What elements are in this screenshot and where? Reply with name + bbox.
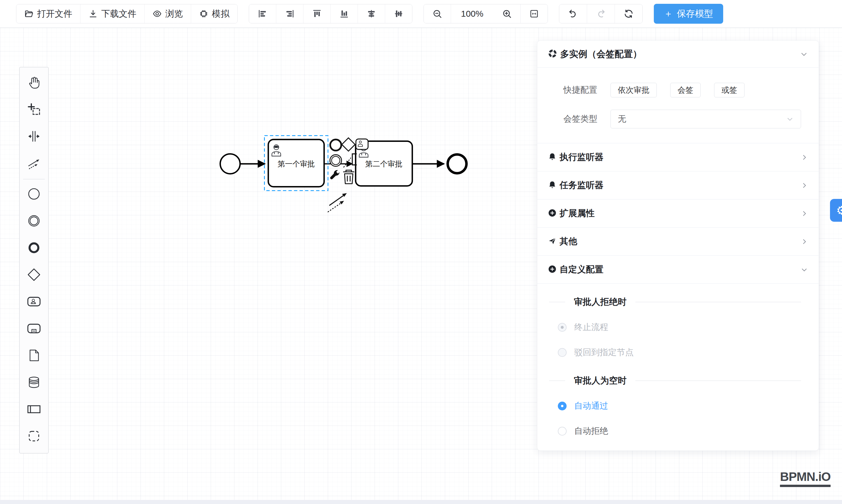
lasso-icon <box>27 102 41 118</box>
preview-button[interactable]: 浏览 <box>144 4 191 23</box>
create-user-task[interactable] <box>20 289 48 316</box>
align-left-button[interactable] <box>249 4 276 23</box>
align-button-group <box>249 4 413 23</box>
zoom-out-button[interactable] <box>424 4 451 23</box>
align-center-v-button[interactable] <box>385 4 412 23</box>
append-intermediate-event-icon[interactable] <box>330 155 341 166</box>
folder-icon <box>24 9 34 18</box>
create-intermediate-event[interactable] <box>20 208 48 235</box>
plus-circle-icon <box>548 209 557 218</box>
start-event-node[interactable] <box>220 154 240 174</box>
sign-type-row: 会签类型 无 <box>549 110 801 128</box>
simulate-button[interactable]: 模拟 <box>191 4 238 23</box>
create-start-event[interactable] <box>20 181 48 208</box>
radio-assign-member[interactable]: 指定成员审批 <box>558 450 801 451</box>
simulate-label: 模拟 <box>212 8 229 20</box>
change-type-wrench-icon[interactable] <box>330 170 340 179</box>
settings-edge-tab[interactable]: ⚙ <box>830 199 842 222</box>
fit-viewport-button[interactable] <box>521 4 548 23</box>
section-task-listener[interactable]: 任务监听器 <box>537 171 819 199</box>
radio-button <box>558 348 567 357</box>
refresh-button[interactable] <box>615 4 643 23</box>
chevron-down-icon[interactable] <box>800 50 808 58</box>
zoom-out-icon <box>432 9 442 19</box>
lasso-tool[interactable] <box>20 96 48 123</box>
delete-trash-icon[interactable] <box>343 170 354 184</box>
global-connect-tool[interactable] <box>20 150 48 177</box>
create-gateway[interactable] <box>20 262 48 289</box>
task-node-1[interactable]: 第一个审批 <box>268 140 324 187</box>
open-file-button[interactable]: 打开文件 <box>16 4 81 23</box>
panel-header[interactable]: 多实例（会签配置） <box>537 41 819 68</box>
align-top-button[interactable] <box>303 4 331 23</box>
reject-section-title: 审批人拒绝时 <box>574 296 627 308</box>
task-1-label: 第一个审批 <box>278 160 315 168</box>
send-icon <box>548 237 557 247</box>
align-center-h-button[interactable] <box>358 4 385 23</box>
space-tool[interactable] <box>20 123 48 150</box>
radio-auto-pass[interactable]: 自动通过 <box>558 400 801 412</box>
align-right-button[interactable] <box>276 4 303 23</box>
intermediate-event-icon <box>27 214 41 229</box>
create-end-event[interactable] <box>20 235 48 262</box>
section-label: 其他 <box>560 235 577 248</box>
quick-option-countersign-button[interactable]: 会签 <box>670 83 701 97</box>
download-file-button[interactable]: 下载文件 <box>81 4 144 23</box>
section-other[interactable]: 其他 <box>537 227 819 255</box>
bell-icon <box>548 152 557 162</box>
divider <box>635 302 801 302</box>
zoom-in-button[interactable] <box>493 4 521 23</box>
create-data-store[interactable] <box>20 370 48 396</box>
redo-button[interactable] <box>587 4 615 23</box>
bpmn-io-underline <box>780 485 830 487</box>
undo-button[interactable] <box>559 4 587 23</box>
chevron-right-icon <box>801 210 808 217</box>
sign-type-select[interactable]: 无 <box>611 110 801 128</box>
append-gateway-icon[interactable] <box>342 138 355 151</box>
refresh-icon <box>624 8 634 19</box>
radio-terminate-process[interactable]: 终止流程 <box>558 322 801 333</box>
align-bottom-button[interactable] <box>331 4 358 23</box>
quick-option-orsign-button[interactable]: 或签 <box>714 83 744 97</box>
group-icon <box>27 429 41 444</box>
redo-icon <box>596 8 606 19</box>
horizontal-scrollbar[interactable] <box>0 500 842 504</box>
radio-button <box>558 427 567 435</box>
empty-section-heading: 审批人为空时 <box>549 375 801 387</box>
association-dotted-line <box>344 158 351 167</box>
create-subprocess[interactable] <box>20 316 48 343</box>
radio-button <box>558 323 567 332</box>
sign-type-value: 无 <box>618 113 626 125</box>
save-model-button[interactable]: ＋ 保存模型 <box>654 4 723 24</box>
section-execution-listener[interactable]: 执行监听器 <box>537 143 819 171</box>
section-custom-config[interactable]: 自定义配置 <box>537 255 819 284</box>
create-participant[interactable] <box>20 396 48 423</box>
task-2-label: 第二个审批 <box>365 160 402 168</box>
hand-tool[interactable] <box>20 70 48 96</box>
bpmn-io-logo[interactable]: BPMN.iO <box>780 470 830 487</box>
end-event-node[interactable] <box>448 155 467 173</box>
radio-label: 驳回到指定节点 <box>574 347 634 358</box>
align-top-icon <box>312 9 322 19</box>
open-file-label: 打开文件 <box>37 8 72 20</box>
create-data-object[interactable] <box>20 343 48 370</box>
radio-label: 自动通过 <box>574 400 608 412</box>
plus-circle-icon <box>548 265 557 275</box>
undo-icon <box>568 8 578 19</box>
align-bottom-icon <box>339 9 349 19</box>
radio-return-to-node[interactable]: 驳回到指定节点 <box>558 347 801 358</box>
end-event-icon <box>27 241 41 256</box>
chip-icon <box>199 9 208 18</box>
section-label: 执行监听器 <box>560 151 603 163</box>
user-task-icon <box>27 294 41 310</box>
append-user-task-icon[interactable] <box>356 139 368 149</box>
radio-auto-reject[interactable]: 自动拒绝 <box>558 425 801 437</box>
divider <box>549 302 565 302</box>
connect-tool-icon[interactable] <box>328 193 347 212</box>
create-group[interactable] <box>20 423 48 450</box>
radio-label: 自动拒绝 <box>574 425 608 437</box>
section-extended-properties[interactable]: 扩展属性 <box>537 199 819 227</box>
palette <box>19 67 49 453</box>
quick-option-sequential-button[interactable]: 依次审批 <box>611 83 657 97</box>
append-end-event-icon[interactable] <box>330 140 341 151</box>
